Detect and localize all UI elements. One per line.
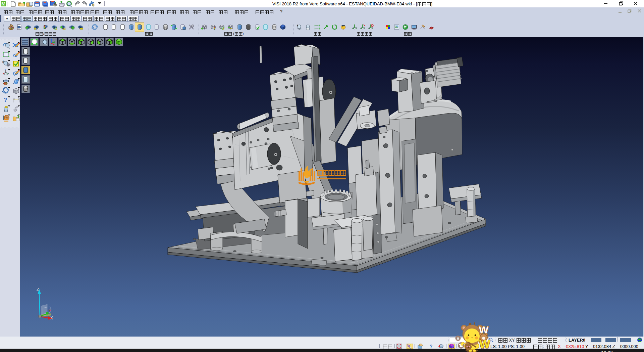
svg-text:?: ?	[430, 344, 433, 349]
svg-text:W: W	[479, 338, 490, 350]
svg-text:Y: Y	[49, 309, 51, 313]
svg-text:V: V	[2, 1, 5, 6]
svg-text:10:30: 10:30	[601, 350, 613, 352]
svg-text:Z: Z	[37, 287, 39, 292]
svg-text:A: A	[457, 337, 460, 341]
svg-text:X: X	[50, 316, 53, 320]
svg-text:?: ?	[4, 97, 7, 103]
